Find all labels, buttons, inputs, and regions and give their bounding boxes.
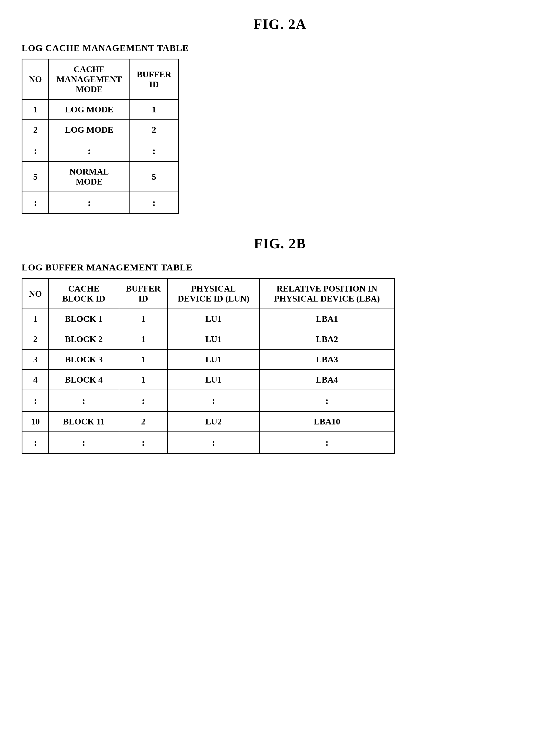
fig2b-cell-cache-block-id: BLOCK 11	[49, 411, 119, 432]
fig2a-row: :::	[22, 192, 179, 214]
fig2a-cell-no: 1	[22, 99, 49, 120]
fig2b-cell-phys-dev: LU1	[167, 309, 259, 329]
fig2b-cell-phys-dev: LU1	[167, 370, 259, 390]
fig2b-cell-phys-dev: LU2	[167, 411, 259, 432]
fig2a-title: FIG. 2A	[22, 16, 538, 32]
fig2b-col-phys-dev: PHYSICALDEVICE ID (LUN)	[167, 279, 259, 309]
fig2a-cell-mode: :	[49, 140, 130, 162]
fig2b-section: FIG. 2B LOG BUFFER MANAGEMENT TABLE NO C…	[22, 236, 538, 454]
fig2a-cell-bufid: 1	[130, 99, 178, 120]
fig2a-col-mode: CACHEMANAGEMENTMODE	[49, 59, 130, 100]
fig2b-cell-rel-pos: LBA1	[259, 309, 395, 329]
fig2a-cell-bufid: 2	[130, 120, 178, 140]
fig2b-cell-cache-block-id: :	[49, 390, 119, 411]
fig2a-cell-mode: LOG MODE	[49, 99, 130, 120]
fig2b-title: FIG. 2B	[22, 236, 538, 251]
fig2a-cell-no: :	[22, 192, 49, 214]
fig2b-cell-rel-pos: LBA10	[259, 411, 395, 432]
fig2b-cell-no: 1	[22, 309, 49, 329]
fig2a-cell-mode: NORMAL MODE	[49, 162, 130, 192]
fig2a-section: FIG. 2A LOG CACHE MANAGEMENT TABLE NO CA…	[22, 16, 538, 214]
fig2b-col-no: NO	[22, 279, 49, 309]
fig2b-cell-bufid: 2	[119, 411, 167, 432]
fig2b-cell-rel-pos: LBA2	[259, 329, 395, 349]
fig2b-row: 1BLOCK 11LU1LBA1	[22, 309, 395, 329]
fig2a-cell-bufid: :	[130, 140, 178, 162]
fig2b-row: 4BLOCK 41LU1LBA4	[22, 370, 395, 390]
fig2b-cell-rel-pos: LBA3	[259, 349, 395, 370]
fig2a-table: NO CACHEMANAGEMENTMODE BUFFERID 1LOG MOD…	[22, 59, 179, 214]
fig2b-cell-cache-block-id: BLOCK 4	[49, 370, 119, 390]
fig2b-cell-no: 2	[22, 329, 49, 349]
fig2b-cell-bufid: 1	[119, 370, 167, 390]
fig2b-cell-cache-block-id: BLOCK 3	[49, 349, 119, 370]
fig2b-cell-rel-pos: LBA4	[259, 370, 395, 390]
fig2b-cell-no: 10	[22, 411, 49, 432]
fig2b-col-bufid: BUFFERID	[119, 279, 167, 309]
fig2b-row: 3BLOCK 31LU1LBA3	[22, 349, 395, 370]
fig2b-header-row: NO CACHEBLOCK ID BUFFERID PHYSICALDEVICE…	[22, 279, 395, 309]
fig2b-cell-phys-dev: LU1	[167, 329, 259, 349]
fig2a-col-no: NO	[22, 59, 49, 100]
fig2a-cell-no: :	[22, 140, 49, 162]
fig2a-cell-mode: :	[49, 192, 130, 214]
fig2b-cell-bufid: 1	[119, 329, 167, 349]
fig2a-cell-no: 2	[22, 120, 49, 140]
fig2b-cell-bufid: 1	[119, 349, 167, 370]
fig2b-cell-cache-block-id: :	[49, 432, 119, 454]
fig2b-cell-rel-pos: :	[259, 432, 395, 454]
fig2b-cell-no: 3	[22, 349, 49, 370]
fig2b-table-label: LOG BUFFER MANAGEMENT TABLE	[22, 262, 538, 272]
fig2b-cell-cache-block-id: BLOCK 2	[49, 329, 119, 349]
fig2b-cell-phys-dev: :	[167, 432, 259, 454]
fig2b-cell-bufid: :	[119, 432, 167, 454]
fig2b-row: :::::	[22, 432, 395, 454]
fig2b-cell-rel-pos: :	[259, 390, 395, 411]
fig2b-cell-phys-dev: :	[167, 390, 259, 411]
fig2a-cell-mode: LOG MODE	[49, 120, 130, 140]
fig2b-cell-bufid: :	[119, 390, 167, 411]
fig2a-row: 5NORMAL MODE5	[22, 162, 179, 192]
fig2b-cell-phys-dev: LU1	[167, 349, 259, 370]
fig2a-cell-bufid: :	[130, 192, 178, 214]
fig2b-cell-no: :	[22, 432, 49, 454]
fig2a-cell-no: 5	[22, 162, 49, 192]
fig2b-cell-no: :	[22, 390, 49, 411]
fig2a-row: :::	[22, 140, 179, 162]
fig2a-row: 1LOG MODE1	[22, 99, 179, 120]
fig2b-cell-bufid: 1	[119, 309, 167, 329]
fig2a-cell-bufid: 5	[130, 162, 178, 192]
fig2b-col-cache-block-id: CACHEBLOCK ID	[49, 279, 119, 309]
fig2b-table: NO CACHEBLOCK ID BUFFERID PHYSICALDEVICE…	[22, 278, 395, 454]
fig2a-header-row: NO CACHEMANAGEMENTMODE BUFFERID	[22, 59, 179, 100]
fig2b-row: 2BLOCK 21LU1LBA2	[22, 329, 395, 349]
fig2a-table-label: LOG CACHE MANAGEMENT TABLE	[22, 43, 538, 53]
fig2b-col-rel-pos: RELATIVE POSITION INPHYSICAL DEVICE (LBA…	[259, 279, 395, 309]
fig2b-row: 10BLOCK 112LU2LBA10	[22, 411, 395, 432]
fig2a-col-bufid: BUFFERID	[130, 59, 178, 100]
fig2b-row: :::::	[22, 390, 395, 411]
fig2a-row: 2LOG MODE2	[22, 120, 179, 140]
fig2b-cell-no: 4	[22, 370, 49, 390]
fig2b-cell-cache-block-id: BLOCK 1	[49, 309, 119, 329]
